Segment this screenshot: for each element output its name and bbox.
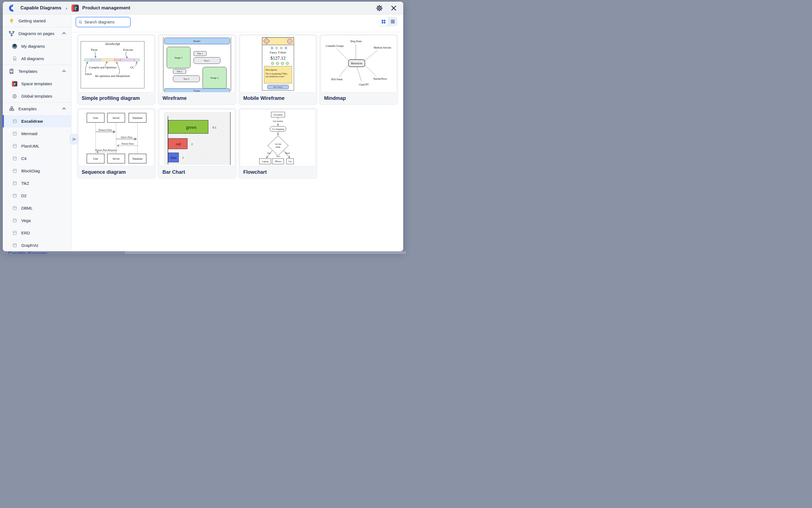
chevron-up-icon[interactable] xyxy=(61,31,67,37)
search-input-wrapper[interactable] xyxy=(76,17,131,27)
close-icon[interactable] xyxy=(389,3,398,13)
card-title: Wireframe xyxy=(159,92,235,104)
svg-text:Query Data: Query Data xyxy=(121,136,132,138)
svg-text:Let me: Let me xyxy=(275,142,281,145)
user-avatar xyxy=(12,44,17,49)
svg-text:Car: Car xyxy=(289,160,292,163)
svg-text:Image 2: Image 2 xyxy=(210,76,218,79)
svg-text:Go shopping: Go shopping xyxy=(272,128,284,130)
main-content: JavaScript Parse Execute Compile and Opt… xyxy=(72,15,403,251)
search-input[interactable] xyxy=(84,20,128,24)
breadcrumb-chevron-icon: › xyxy=(66,6,67,10)
thumbnail-wireframe: Header Image 1 Title 1 Text 1 Title 2 Te… xyxy=(159,36,235,92)
template-card-simple-profiling-diagram[interactable]: JavaScript Parse Execute Compile and Opt… xyxy=(77,34,156,105)
blocks-icon xyxy=(8,105,15,112)
breadcrumb-app-title[interactable]: Capable Diagrams xyxy=(20,5,61,11)
template-icon xyxy=(12,168,17,174)
sidebar-item-my-diagrams[interactable]: My diagrams xyxy=(3,40,71,52)
svg-text:think: think xyxy=(275,145,281,149)
card-title: Bar Chart xyxy=(159,166,235,178)
sidebar-item-label: TikZ xyxy=(21,181,29,185)
sidebar-item-label: PlantUML xyxy=(21,144,39,149)
sidebar-item-getting-started[interactable]: Getting started xyxy=(3,15,71,27)
dialog-header: Capable Diagrams › Product management xyxy=(3,2,403,15)
svg-text:ChatGPT: ChatGPT xyxy=(359,83,369,86)
sidebar-item-d2[interactable]: D2 xyxy=(3,189,71,202)
sidebar-item-mermaid[interactable]: Mermaid xyxy=(3,127,71,140)
svg-text:Return Data Response: Return Data Response xyxy=(95,149,117,152)
svg-text:Execute: Execute xyxy=(123,48,133,51)
svg-text:HackerNews: HackerNews xyxy=(374,78,387,80)
svg-text:$127.12: $127.12 xyxy=(270,55,286,61)
grid-view-button[interactable] xyxy=(379,17,388,26)
template-card-bar-chart[interactable]: green 8.5 red 2 blue 1 Bar Chart xyxy=(158,108,237,179)
svg-text:BUY NOW: BUY NOW xyxy=(273,86,283,88)
view-toggle xyxy=(379,17,397,26)
svg-text:Re-optimize and Deoptimize: Re-optimize and Deoptimize xyxy=(95,74,130,78)
sidebar-item-label: Mermaid xyxy=(21,131,37,136)
svg-text:Fetch: Fetch xyxy=(85,72,92,76)
svg-text:Server: Server xyxy=(113,157,120,160)
svg-text:Title 2: Title 2 xyxy=(176,70,182,73)
svg-text:red: red xyxy=(176,142,181,146)
template-icon xyxy=(12,119,17,124)
svg-text:1: 1 xyxy=(182,156,183,159)
sidebar-section-examples[interactable]: Examples xyxy=(3,102,71,115)
sidebar-item-label: DBML xyxy=(21,206,33,210)
thumbnail-sequence-diagram: User Server Database User Server Databas… xyxy=(78,110,154,166)
sidebar-item-global-templates[interactable]: Global templates xyxy=(3,90,71,102)
sidebar-item-all-diagrams[interactable]: All diagrams xyxy=(3,52,71,65)
sidebar-item-graphviz[interactable]: GraphViz xyxy=(3,239,71,251)
list-view-button[interactable] xyxy=(388,19,397,24)
grid-view-icon xyxy=(381,19,386,24)
sidebar-item-blockdiag[interactable]: BlockDiag xyxy=(3,165,71,177)
template-card-mindmap[interactable]: Resources Blog Posts LinkedIn Groups Med… xyxy=(319,34,398,105)
svg-text:User: User xyxy=(93,157,98,160)
card-title: Flowchart xyxy=(240,166,316,178)
svg-text:Footer: Footer xyxy=(194,89,200,92)
chevron-up-icon[interactable] xyxy=(61,69,67,75)
settings-gear-icon[interactable] xyxy=(375,3,384,13)
sidebar-collapse-button[interactable] xyxy=(70,134,78,144)
svg-text:blue: blue xyxy=(171,156,177,160)
template-grid: JavaScript Parse Execute Compile and Opt… xyxy=(77,34,402,179)
svg-text:Laptop: Laptop xyxy=(262,160,268,163)
chevron-up-icon[interactable] xyxy=(61,106,67,112)
sidebar-item-tikz[interactable]: TikZ xyxy=(3,177,71,189)
sidebar-item-space-templates[interactable]: Space templates xyxy=(3,78,71,90)
search-icon xyxy=(78,20,82,25)
svg-text:Blog Posts: Blog Posts xyxy=(350,40,362,43)
sidebar-item-label: C4 xyxy=(21,156,27,161)
sidebar-section-diagrams-on-pages[interactable]: Diagrams on pages xyxy=(3,27,71,40)
template-card-mobile-wireframe[interactable]: Fancy T-Shirt $127.12 Description This i… xyxy=(239,34,317,105)
template-card-sequence-diagram[interactable]: User Server Database User Server Databas… xyxy=(77,108,156,179)
sidebar-item-label: Excalidraw xyxy=(21,119,43,124)
sidebar-item-erd[interactable]: ERD xyxy=(3,227,71,239)
svg-text:Compile and Optimize: Compile and Optimize xyxy=(89,66,117,69)
svg-text:Request Data: Request Data xyxy=(98,129,112,131)
card-title: Simple profiling diagram xyxy=(78,92,154,104)
sidebar-section-label: Templates xyxy=(18,69,37,74)
diagrams-dialog: Capable Diagrams › Product management xyxy=(3,2,403,251)
sidebar-section-templates[interactable]: Templates xyxy=(3,65,71,78)
svg-text:LinkedIn Groups: LinkedIn Groups xyxy=(326,45,344,47)
sidebar-item-excalidraw[interactable]: Excalidraw xyxy=(3,115,71,127)
template-icon xyxy=(12,181,17,186)
svg-text:Christmas: Christmas xyxy=(273,113,283,116)
template-card-flowchart[interactable]: Christmas Get money Go shopping Let me t… xyxy=(239,108,317,179)
sidebar-item-label: Vega xyxy=(21,218,31,223)
sidebar-item-dbml[interactable]: DBML xyxy=(3,202,71,214)
thumbnail-bar-chart: green 8.5 red 2 blue 1 xyxy=(159,110,235,166)
sidebar-item-c4[interactable]: C4 xyxy=(3,152,71,165)
template-icon xyxy=(12,243,17,248)
list-view-icon xyxy=(390,19,395,24)
sidebar-item-vega[interactable]: Vega xyxy=(3,214,71,227)
template-icon xyxy=(12,230,17,236)
template-card-wireframe[interactable]: Header Image 1 Title 1 Text 1 Title 2 Te… xyxy=(158,34,237,105)
sidebar-item-label: Space templates xyxy=(21,81,52,86)
template-icon xyxy=(12,206,17,211)
template-icon xyxy=(12,218,17,223)
sidebar-item-plantuml[interactable]: PlantUML xyxy=(3,140,71,152)
svg-text:Get money: Get money xyxy=(273,120,283,122)
svg-text:Two: Two xyxy=(276,155,280,158)
